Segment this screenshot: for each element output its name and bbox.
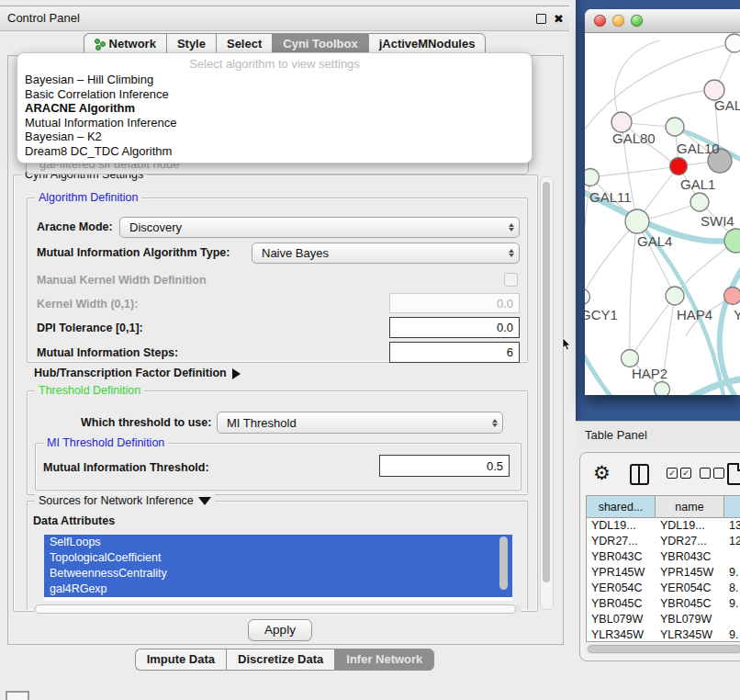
- tab-infer-network[interactable]: Infer Network: [334, 649, 434, 671]
- minimize-traffic-button[interactable]: [612, 15, 624, 27]
- table-panel-title: Table Panel: [585, 422, 647, 449]
- dpi-tolerance-label: DPI Tolerance [0,1]:: [37, 322, 143, 334]
- dropdown-item[interactable]: Bayesian – Hill Climbing: [17, 73, 532, 87]
- stepper-icon: [504, 249, 519, 257]
- cyni-algorithm-settings-group: Cyni Algorithm Settings Algorithm Defini…: [13, 175, 538, 612]
- network-node: [725, 34, 740, 52]
- columns-icon[interactable]: [630, 464, 649, 485]
- column-header-shared-name[interactable]: shared...: [587, 496, 656, 518]
- close-icon[interactable]: ✖: [554, 13, 564, 25]
- dropdown-item[interactable]: Mutual Information Inference: [17, 116, 532, 130]
- dropdown-item[interactable]: Dream8 DC_TDC Algorithm: [17, 144, 532, 159]
- sources-group-title[interactable]: Sources for Network Inference: [35, 494, 215, 507]
- document-icon[interactable]: [727, 463, 740, 485]
- table-row[interactable]: YBR045CYBR045C9.: [587, 596, 740, 612]
- stepper-icon: [504, 223, 519, 231]
- table-panel-titlebar[interactable]: Table Panel: [576, 421, 740, 449]
- node-label: GAL11: [589, 189, 632, 205]
- network-canvas[interactable]: GAL GAL80 GAL10 GAL1 GAL11 SWI4 GAL4 GCY…: [585, 33, 740, 395]
- kernel-width-input[interactable]: [389, 293, 520, 313]
- mi-threshold-label: Mutual Information Threshold:: [43, 461, 209, 474]
- aracne-mode-select[interactable]: Discovery: [119, 217, 520, 238]
- table-row[interactable]: YPR145WYPR145W9.: [587, 565, 740, 581]
- mi-steps-input[interactable]: [389, 342, 520, 363]
- which-threshold-select[interactable]: MI Threshold: [217, 412, 503, 434]
- select-all-columns-icon[interactable]: ✓✓: [667, 468, 691, 479]
- zoom-traffic-button[interactable]: [631, 15, 643, 27]
- mi-type-select[interactable]: Naive Bayes: [252, 243, 520, 264]
- tab-discretize-data[interactable]: Discretize Data: [226, 649, 334, 671]
- hub-definition-toggle[interactable]: Hub/Transcription Factor Definition: [34, 367, 241, 379]
- node-label: GAL: [714, 97, 740, 113]
- corner-widget[interactable]: [6, 691, 29, 700]
- apply-button[interactable]: Apply: [248, 619, 312, 641]
- network-window-titlebar[interactable]: [585, 9, 740, 33]
- stepper-icon: [488, 419, 502, 427]
- network-node: [724, 229, 740, 253]
- settings-scrollbar[interactable]: [540, 176, 554, 610]
- algorithm-dropdown-popup: Select algorithm to view settings Bayesi…: [17, 52, 533, 164]
- control-panel-titlebar[interactable]: Control Panel ✖: [0, 6, 569, 31]
- list-scrollbar[interactable]: [499, 536, 508, 590]
- network-node-red: [670, 158, 688, 175]
- threshold-definition-group: Threshold Definition Which threshold to …: [27, 390, 528, 495]
- node-label: SWI4: [701, 213, 734, 229]
- node-label: GAL4: [637, 233, 672, 249]
- network-node: [585, 289, 590, 305]
- threshold-definition-title: Threshold Definition: [35, 384, 144, 397]
- mi-threshold-input[interactable]: [379, 455, 510, 477]
- gear-icon[interactable]: ⚙: [593, 462, 611, 484]
- table-panel: ⚙ ✓✓ shared... name YDL19...YDL19...13 Y…: [579, 452, 740, 661]
- network-node: [666, 118, 684, 136]
- manual-kernel-label: Manual Kernel Width Definition: [37, 274, 207, 287]
- horizontal-scrollbar[interactable]: [33, 604, 521, 614]
- algorithm-definition-group: Algorithm Definition Aracne Mode: Discov…: [27, 198, 528, 363]
- node-label: GAL1: [680, 176, 715, 192]
- node-label: Y: [734, 307, 740, 322]
- mi-threshold-definition-title: MI Threshold Definition: [43, 436, 168, 449]
- attribute-item[interactable]: SelfLoops: [44, 535, 512, 550]
- bottom-tabbar: Impute Data Discretize Data Infer Networ…: [0, 649, 569, 671]
- network-node: [585, 169, 600, 186]
- attribute-list: SelfLoops TopologicalCoefficient Between…: [44, 535, 512, 601]
- attribute-item[interactable]: gal4RGexp: [44, 581, 512, 597]
- table-row[interactable]: YLR345WYLR345W9.: [587, 627, 740, 642]
- network-window[interactable]: GAL GAL80 GAL10 GAL1 GAL11 SWI4 GAL4 GCY…: [585, 9, 740, 395]
- tab-impute-data[interactable]: Impute Data: [135, 649, 226, 671]
- table-row[interactable]: YER054CYER054C8.: [587, 581, 740, 596]
- deselect-all-columns-icon[interactable]: [700, 468, 724, 479]
- close-traffic-button[interactable]: [594, 15, 606, 27]
- table-row[interactable]: YDL19...YDL19...13: [587, 518, 740, 534]
- table-hscrollbar[interactable]: [586, 644, 740, 654]
- float-window-icon[interactable]: [536, 14, 546, 24]
- dpi-tolerance-input[interactable]: [389, 317, 520, 338]
- node-label: GCY1: [585, 307, 618, 322]
- mouse-cursor: [562, 338, 572, 351]
- mi-type-label: Mutual Information Algorithm Type:: [37, 246, 230, 259]
- table-row[interactable]: YDR27...YDR27...12: [587, 534, 740, 549]
- column-header-name[interactable]: name: [656, 496, 724, 518]
- column-header-clipped[interactable]: [724, 496, 740, 518]
- attribute-item[interactable]: BetweennessCentrality: [44, 566, 512, 581]
- mi-threshold-definition-group: MI Threshold Definition Mutual Informati…: [35, 443, 521, 491]
- network-node: [655, 382, 670, 396]
- network-node: [611, 112, 632, 132]
- attribute-item[interactable]: TopologicalCoefficient: [44, 550, 512, 566]
- table-row[interactable]: YBR043CYBR043C: [587, 549, 740, 565]
- network-node: [724, 288, 740, 305]
- network-node: [625, 209, 649, 233]
- node-label: GAL10: [677, 141, 720, 156]
- node-label: HAP2: [632, 366, 667, 381]
- mi-steps-label: Mutual Information Steps:: [37, 346, 178, 359]
- manual-kernel-checkbox[interactable]: [504, 273, 518, 287]
- dropdown-item[interactable]: Bayesian – K2: [17, 130, 532, 144]
- collapse-right-icon: [232, 368, 241, 379]
- table-toolbar: ⚙ ✓✓: [580, 460, 740, 490]
- dropdown-item[interactable]: Basic Correlation Inference: [17, 87, 532, 102]
- dropdown-item-highlighted[interactable]: ARACNE Algorithm: [17, 101, 532, 116]
- control-panel-title: Control Panel: [7, 6, 80, 30]
- network-node: [690, 193, 709, 211]
- aracne-mode-label: Aracne Mode:: [37, 220, 113, 233]
- table-row[interactable]: YBL079WYBL079W: [587, 612, 740, 627]
- node-table[interactable]: shared... name YDL19...YDL19...13 YDR27.…: [586, 495, 740, 642]
